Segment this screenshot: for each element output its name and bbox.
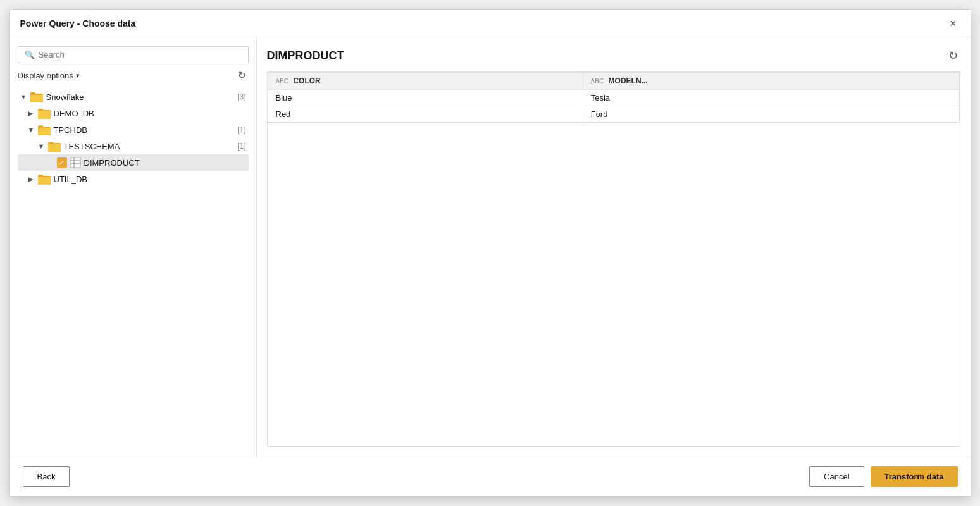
snowflake-label: Snowflake: [46, 92, 234, 102]
tpchdb-badge: [1]: [237, 125, 245, 134]
dimproduct-checkbox-icon: ✓: [57, 157, 67, 168]
search-input[interactable]: [39, 50, 242, 59]
tree-item-snowflake[interactable]: ▼ Snowflake [3]: [18, 89, 249, 105]
display-options-button[interactable]: Display options ▾: [18, 70, 80, 82]
folder-icon-testschema: [47, 140, 61, 152]
folder-icon-demo-db: [37, 108, 51, 119]
close-button[interactable]: ×: [946, 16, 960, 30]
search-icon: 🔍: [25, 50, 35, 59]
table-icon-dimproduct: [70, 157, 81, 168]
main-content: 🔍 Display options ▾ ↻ ▼: [10, 37, 971, 457]
folder-icon-tpchdb: [37, 124, 51, 135]
back-button[interactable]: Back: [23, 466, 70, 487]
preview-refresh-button[interactable]: ↻: [946, 47, 960, 64]
col-label-modelname: MODELN...: [609, 77, 648, 85]
folder-icon-util-db: [37, 173, 51, 185]
testschema-label: TESTSCHEMA: [64, 142, 234, 151]
col-type-icon-modelname: ABC: [591, 78, 604, 85]
transform-data-button[interactable]: Transform data: [871, 466, 958, 487]
col-type-icon-color: ABC: [276, 78, 289, 85]
preview-table-container: ABC COLOR ABC MODELN... BlueTeslaRedFord: [267, 71, 960, 447]
table-cell: Blue: [268, 90, 583, 106]
title-bar: Power Query - Choose data ×: [10, 10, 971, 37]
footer-right: Cancel Transform data: [809, 466, 957, 487]
search-box: 🔍: [18, 46, 249, 63]
table-row: RedFord: [268, 106, 959, 123]
footer: Back Cancel Transform data: [10, 457, 971, 496]
demo-db-label: DEMO_DB: [54, 109, 246, 118]
tree-panel: ▼ Snowflake [3] ▶ DEMO_DB: [18, 89, 249, 448]
col-header-modelname: ABC MODELN...: [583, 73, 959, 90]
preview-header: DIMPRODUCT ↻: [267, 47, 960, 64]
tree-item-demo-db[interactable]: ▶ DEMO_DB: [18, 105, 249, 121]
table-header-row: ABC COLOR ABC MODELN...: [268, 73, 959, 90]
snowflake-badge: [3]: [237, 92, 245, 101]
testschema-badge: [1]: [237, 142, 245, 151]
dialog: Power Query - Choose data × 🔍 Display op…: [9, 9, 971, 497]
display-options-label: Display options: [18, 71, 73, 80]
tree-item-tpchdb[interactable]: ▼ TPCHDB [1]: [18, 121, 249, 138]
table-row: BlueTesla: [268, 90, 959, 106]
preview-table: ABC COLOR ABC MODELN... BlueTeslaRedFord: [268, 72, 960, 123]
table-cell: Tesla: [583, 90, 959, 106]
dimproduct-label: DIMPRODUCT: [84, 158, 246, 168]
svg-rect-0: [70, 157, 80, 168]
expand-snowflake-icon: ▼: [20, 93, 29, 101]
expand-util-db-icon: ▶: [28, 175, 37, 183]
tpchdb-label: TPCHDB: [54, 125, 234, 135]
display-options-row: Display options ▾ ↻: [18, 68, 249, 82]
folder-icon-snowflake: [29, 91, 43, 102]
dialog-title: Power Query - Choose data: [20, 18, 136, 28]
right-panel: DIMPRODUCT ↻ ABC COLOR ABC MODELN..: [257, 37, 971, 457]
expand-demo-db-icon: ▶: [28, 109, 37, 118]
table-cell: Red: [268, 106, 583, 123]
cancel-button[interactable]: Cancel: [809, 466, 864, 487]
preview-title: DIMPRODUCT: [267, 49, 344, 63]
expand-tpchdb-icon: ▼: [28, 126, 37, 133]
col-label-color: COLOR: [293, 77, 320, 85]
col-header-color: ABC COLOR: [268, 73, 583, 90]
table-cell: Ford: [583, 106, 959, 123]
tree-item-dimproduct[interactable]: ✓ DIMPRODUCT: [18, 154, 249, 171]
expand-testschema-icon: ▼: [38, 142, 47, 150]
util-db-label: UTIL_DB: [54, 175, 246, 184]
left-refresh-button[interactable]: ↻: [235, 68, 249, 82]
tree-item-testschema[interactable]: ▼ TESTSCHEMA [1]: [18, 138, 249, 154]
left-panel: 🔍 Display options ▾ ↻ ▼: [10, 37, 257, 457]
tree-item-util-db[interactable]: ▶ UTIL_DB: [18, 171, 249, 187]
chevron-down-icon: ▾: [76, 71, 80, 80]
